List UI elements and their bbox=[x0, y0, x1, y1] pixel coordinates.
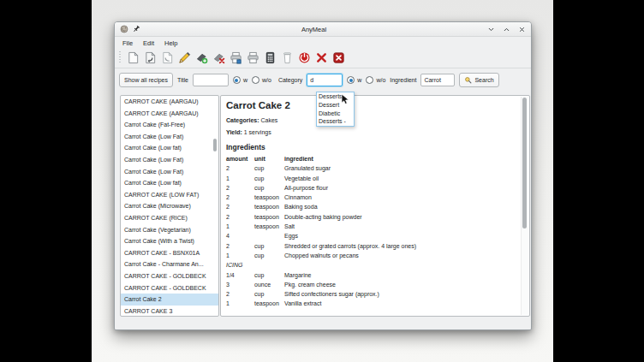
abort-icon[interactable] bbox=[297, 50, 312, 65]
ingredient-amount: 2 bbox=[226, 202, 254, 211]
recipe-list-item[interactable]: Carrot Cake (Fat-Free) bbox=[121, 119, 218, 131]
ingredient-name: Eggs bbox=[284, 231, 516, 240]
menu-file[interactable]: File bbox=[122, 39, 133, 47]
recipe-list-item[interactable]: CARROT CAKE - GOLDBECK bbox=[121, 270, 218, 282]
close-icon[interactable] bbox=[518, 26, 526, 33]
title-without-radio[interactable]: w/o bbox=[252, 76, 271, 84]
pin-icon[interactable] bbox=[132, 25, 140, 33]
category-with-radio[interactable]: w bbox=[347, 76, 361, 84]
edit-recipe-icon[interactable] bbox=[177, 50, 192, 65]
radio-unchecked-icon bbox=[252, 76, 259, 84]
radio-checked-icon bbox=[347, 76, 355, 84]
recipe-list-scrollbar-thumb[interactable] bbox=[213, 139, 217, 151]
detail-scrollbar-track[interactable] bbox=[521, 97, 528, 315]
mouse-cursor bbox=[341, 93, 350, 109]
recipe-list-item[interactable]: Carrot Cake (Low Fat) bbox=[121, 166, 218, 178]
ingredient-amount: 1 bbox=[226, 299, 254, 308]
maximize-icon[interactable] bbox=[503, 26, 510, 33]
radio-unchecked-icon bbox=[366, 76, 373, 84]
detail-scrollbar-thumb[interactable] bbox=[522, 98, 527, 228]
remove-recipe-icon[interactable] bbox=[212, 50, 226, 65]
ingredient-column-header: amount bbox=[226, 154, 254, 163]
ingredient-name: Vegetable oil bbox=[284, 174, 516, 183]
title-input[interactable] bbox=[193, 74, 229, 86]
completer-item[interactable]: Desserts - bbox=[317, 117, 354, 126]
print-preview-icon[interactable] bbox=[246, 50, 260, 65]
ingredient-column-header: unit bbox=[254, 154, 284, 163]
recipe-list-item[interactable]: Carrot Cake (Microwave) bbox=[121, 200, 218, 212]
search-button[interactable]: Search bbox=[459, 73, 498, 87]
ingredient-amount: 2 bbox=[226, 289, 254, 299]
toolbar-handle[interactable] bbox=[119, 51, 121, 64]
title-with-radio[interactable]: w bbox=[233, 76, 247, 84]
show-all-recipes-button[interactable]: Show all recipes bbox=[119, 73, 173, 87]
recipe-list-item[interactable]: CARROT CAKE - GOLDBECK bbox=[121, 282, 218, 294]
recipe-list-item[interactable]: CARROT CAKE (AARGAU) bbox=[121, 108, 218, 120]
filter-bar: Show all recipes Title w w/o Category w … bbox=[115, 68, 531, 92]
menu-edit[interactable]: Edit bbox=[143, 39, 154, 47]
ingredient-name: All-purpose flour bbox=[284, 183, 516, 193]
recipe-yield: Yield: 1 servings bbox=[226, 129, 516, 135]
recipe-list-item[interactable]: Carrot Cake (With a Twist) bbox=[121, 235, 218, 247]
screen: AnyMeal File Edit Help bbox=[0, 0, 644, 362]
calculator-icon[interactable] bbox=[263, 50, 277, 65]
recipe-list-item[interactable]: Carrot Cake - Charmane An... bbox=[121, 258, 218, 270]
minimize-icon[interactable] bbox=[487, 26, 495, 33]
ingredient-name: Double-acting baking powder bbox=[284, 212, 516, 222]
categories-value: Cakes bbox=[260, 117, 277, 123]
ingredient-amount: 2 bbox=[226, 183, 254, 193]
search-button-label: Search bbox=[474, 74, 493, 86]
ingredient-unit: teaspoon bbox=[254, 193, 284, 202]
recipe-list-item[interactable]: Carrot Cake (Low fat) bbox=[121, 142, 218, 154]
ingredient-name: Cinnamon bbox=[284, 193, 516, 202]
import-document-icon[interactable] bbox=[143, 50, 158, 65]
ingredient-unit: cup bbox=[254, 289, 284, 299]
radio-label: w/o bbox=[262, 77, 271, 83]
ingredient-amount: 3 bbox=[226, 280, 254, 289]
completer-item[interactable]: Diabetic bbox=[317, 110, 354, 118]
radio-label: w/o bbox=[376, 77, 385, 83]
ingredient-amount: 1 bbox=[226, 222, 254, 231]
ingredient-input[interactable] bbox=[420, 74, 455, 86]
clipboard-icon[interactable] bbox=[280, 50, 295, 65]
delete-icon[interactable] bbox=[314, 50, 329, 65]
ingredient-amount: 1 bbox=[226, 174, 254, 183]
yield-value: 1 servings bbox=[244, 129, 271, 135]
recipe-list-item[interactable]: CARROT CAKE (LOW FAT) bbox=[121, 189, 218, 201]
recipe-list-item[interactable]: Carrot Cake (Vegetarian) bbox=[121, 224, 218, 236]
category-input[interactable] bbox=[307, 74, 343, 86]
ingredient-amount: 1 bbox=[226, 251, 254, 260]
yield-label: Yield: bbox=[226, 129, 242, 135]
print-icon[interactable] bbox=[229, 50, 243, 65]
recipe-list: CARROT CAKE (AARGAU)CARROT CAKE (AARGAU)… bbox=[120, 95, 219, 317]
menubar: File Edit Help bbox=[115, 37, 531, 49]
ingredient-unit: cup bbox=[254, 174, 284, 183]
export-document-icon[interactable] bbox=[160, 50, 175, 65]
recipe-list-item[interactable]: Carrot Cake (Low Fat) bbox=[121, 131, 218, 143]
new-document-icon[interactable] bbox=[126, 50, 140, 65]
ingredient-label: Ingredient bbox=[390, 77, 416, 83]
ingredient-amount: 4 bbox=[226, 231, 254, 240]
recipe-list-item[interactable]: Carrot Cake (Low Fat) bbox=[121, 154, 218, 166]
anymeal-window: AnyMeal File Edit Help bbox=[114, 21, 532, 330]
recipe-list-item[interactable]: CARROT CAKE (RICE) bbox=[121, 212, 218, 224]
recipe-title: Carrot Cake 2 bbox=[226, 99, 516, 111]
radio-label: w bbox=[243, 77, 247, 83]
recipe-list-item[interactable]: Carrot Cake (Low fat) bbox=[121, 177, 218, 189]
titlebar[interactable]: AnyMeal bbox=[115, 22, 531, 37]
add-recipe-icon[interactable] bbox=[194, 50, 209, 65]
ingredient-name: Granulated sugar bbox=[284, 163, 516, 173]
ingredient-unit: cup bbox=[254, 270, 284, 280]
menu-help[interactable]: Help bbox=[164, 39, 177, 47]
recipe-list-item[interactable]: Carrot Cake 2 bbox=[121, 294, 218, 306]
ingredient-unit: teaspoon bbox=[254, 212, 284, 222]
ingredient-unit: cup bbox=[254, 241, 284, 251]
exit-icon[interactable] bbox=[331, 50, 346, 65]
category-without-radio[interactable]: w/o bbox=[366, 76, 385, 84]
recipe-list-item[interactable]: CARROT CAKE 3 bbox=[121, 306, 218, 317]
toolbar bbox=[115, 49, 531, 68]
window-title: AnyMeal bbox=[144, 26, 484, 33]
ingredient-name: Pkg. cream cheese bbox=[284, 280, 516, 289]
recipe-list-item[interactable]: CARROT CAKE - BSNX01A bbox=[121, 247, 218, 259]
recipe-list-item[interactable]: CARROT CAKE (AARGAU) bbox=[121, 96, 218, 108]
